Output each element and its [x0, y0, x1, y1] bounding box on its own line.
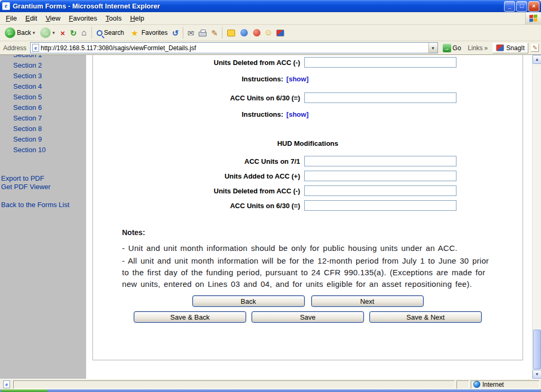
refresh-button[interactable]: ↻	[68, 28, 79, 38]
units-deleted-input[interactable]	[304, 57, 456, 68]
hud-acc-units-630-input[interactable]	[304, 200, 456, 211]
messenger-button[interactable]	[250, 28, 263, 38]
smiley-button[interactable]: ☺	[263, 27, 274, 38]
edit-button[interactable]: ✎	[209, 28, 220, 38]
back-form-button[interactable]: Back	[192, 295, 305, 307]
snagit-toolbar-button[interactable]	[274, 29, 287, 38]
nav-buttons-row: Back Next	[93, 295, 523, 307]
messenger-icon	[253, 29, 260, 36]
print-button[interactable]	[196, 28, 209, 38]
windows-logo-icon	[525, 12, 541, 25]
form-row: ACC Units on 6/30 (=)	[93, 200, 523, 211]
favorites-button[interactable]: ★ Favorites	[127, 27, 170, 39]
menu-favorites[interactable]: Favorites	[64, 13, 101, 24]
hud-acc-units-71-input[interactable]	[304, 156, 456, 166]
internet-globe-icon	[473, 381, 480, 388]
snagit-capture-button[interactable]: ✎	[531, 44, 539, 52]
next-form-button[interactable]: Next	[311, 295, 424, 307]
save-buttons-row: Save & Back Save Save & Next	[93, 311, 523, 323]
note-line-2: - All unit and unit month information wi…	[122, 255, 492, 290]
links-bar[interactable]: Links »	[466, 44, 490, 52]
menu-edit[interactable]: Edit	[21, 13, 41, 24]
sidebar-nav: Section 1 Section 2 Section 3 Section 4 …	[0, 55, 86, 379]
print-icon	[199, 32, 207, 36]
close-button[interactable]: ×	[528, 1, 539, 12]
acc-units-630-input[interactable]	[304, 92, 456, 103]
forward-button[interactable]: → ▾	[38, 26, 58, 39]
scroll-up-button[interactable]: ▲	[533, 55, 541, 64]
note-line-1: - Unit and unit month information should…	[122, 242, 492, 254]
menu-view[interactable]: View	[41, 13, 64, 24]
snagit-icon	[276, 30, 284, 36]
hud-units-deleted-input[interactable]	[304, 185, 456, 196]
address-input[interactable]	[41, 43, 428, 52]
discuss-button[interactable]	[225, 29, 238, 38]
page-content: Section 1 Section 2 Section 3 Section 4 …	[0, 55, 541, 379]
scrollbar-thumb[interactable]	[533, 330, 541, 369]
mail-button[interactable]: ✉	[185, 28, 196, 38]
form-row: ACC Units on 6/30 (=)	[93, 92, 523, 103]
go-button[interactable]: → Go	[441, 43, 463, 53]
show-instructions-link[interactable]: [show]	[286, 75, 309, 83]
sidebar-item-section-7[interactable]: Section 7	[0, 113, 86, 124]
section-list: Section 1 Section 2 Section 3 Section 4 …	[0, 55, 86, 155]
vertical-scrollbar[interactable]: ▲ ▼	[532, 55, 541, 379]
toolbar: ← Back ▾ → ▾ × ↻ ⌂ Search ★ Favorites ↺ …	[0, 25, 541, 41]
back-dropdown-icon[interactable]: ▾	[33, 30, 35, 35]
sidebar-item-section-2[interactable]: Section 2	[0, 60, 86, 71]
status-page-icon: e	[3, 380, 10, 388]
scroll-down-button[interactable]: ▼	[533, 370, 541, 379]
form-row: Units Added to ACC (+)	[93, 171, 523, 181]
save-and-back-button[interactable]: Save & Back	[134, 311, 246, 323]
units-deleted-label: Units Deleted from ACC (-)	[93, 59, 304, 67]
back-button[interactable]: ← Back ▾	[2, 26, 38, 39]
address-label: Address	[2, 44, 27, 52]
menu-tools[interactable]: Tools	[101, 13, 126, 24]
save-and-next-button[interactable]: Save & Next	[369, 311, 482, 323]
address-dropdown-button[interactable]: ▾	[428, 43, 437, 53]
search-button[interactable]: Search	[94, 28, 127, 38]
back-icon: ←	[5, 27, 15, 38]
ie-app-icon: e	[2, 2, 10, 10]
sidebar-item-section-3[interactable]: Section 3	[0, 71, 86, 81]
research-button[interactable]	[238, 28, 250, 38]
address-bar: Address e ▾ → Go Links » SnagIt ✎	[0, 41, 541, 55]
links-chevron-icon[interactable]: »	[484, 44, 488, 52]
export-to-pdf-link[interactable]: Export to PDF	[0, 174, 86, 183]
snagit-label: SnagIt	[506, 44, 525, 52]
menu-help[interactable]: Help	[126, 13, 148, 24]
save-button[interactable]: Save	[251, 311, 364, 323]
snagit-icon	[496, 44, 504, 51]
form-panel: Units Deleted from ACC (-) Instructions:…	[92, 55, 523, 360]
instructions-row: Instructions:[show]	[93, 110, 309, 118]
hud-acc-units-71-label: ACC Units on 7/1	[93, 157, 304, 165]
favorites-label: Favorites	[142, 29, 167, 36]
maximize-button[interactable]: □	[516, 1, 527, 12]
menu-bar: File Edit View Favorites Tools Help	[0, 12, 541, 25]
show-instructions-link[interactable]: [show]	[286, 110, 309, 118]
sidebar-item-section-8[interactable]: Section 8	[0, 124, 86, 134]
browser-window: e Grantium Forms - Microsoft Internet Ex…	[0, 0, 541, 392]
sidebar-item-section-10[interactable]: Section 10	[0, 145, 86, 155]
sidebar-item-section-9[interactable]: Section 9	[0, 134, 86, 145]
favorites-star-icon: ★	[129, 28, 140, 38]
start-button-sliver[interactable]	[1, 389, 48, 392]
sidebar-item-section-1[interactable]: Section 1	[0, 55, 86, 60]
back-to-forms-list-link[interactable]: Back to the Forms List	[0, 201, 86, 209]
forward-dropdown-icon[interactable]: ▾	[52, 30, 55, 35]
go-label: Go	[453, 44, 461, 52]
menu-file[interactable]: File	[2, 13, 21, 24]
history-button[interactable]: ↺	[170, 28, 181, 38]
hud-units-added-input[interactable]	[304, 171, 456, 181]
get-pdf-viewer-link[interactable]: Get PDF Viewer	[0, 183, 86, 191]
sidebar-item-section-6[interactable]: Section 6	[0, 102, 86, 113]
snagit-button[interactable]: SnagIt	[492, 43, 528, 53]
minimize-button[interactable]: _	[504, 1, 515, 12]
status-progress-cell	[456, 380, 469, 389]
stop-button[interactable]: ×	[58, 28, 68, 38]
sidebar-item-section-5[interactable]: Section 5	[0, 92, 86, 102]
page-favicon: e	[32, 44, 39, 52]
home-button[interactable]: ⌂	[79, 27, 89, 38]
hud-units-added-label: Units Added to ACC (+)	[93, 172, 304, 180]
sidebar-item-section-4[interactable]: Section 4	[0, 81, 86, 92]
